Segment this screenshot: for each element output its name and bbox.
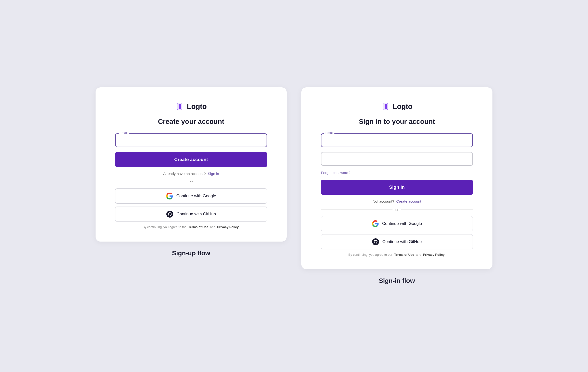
signup-divider-line-right bbox=[196, 182, 267, 182]
signin-privacy-policy-link[interactable]: Privacy Policy bbox=[423, 253, 444, 256]
signin-divider-line-right bbox=[401, 209, 473, 210]
signin-title: Sign in to your account bbox=[321, 118, 473, 126]
signup-divider-text: or bbox=[190, 180, 193, 184]
signin-card: Logto Sign in to your account Email Forg… bbox=[301, 87, 492, 269]
signup-card: Logto Create your account Email Create a… bbox=[96, 87, 287, 242]
signup-terms: By continuing, you agree to the Terms of… bbox=[115, 225, 267, 230]
signup-title: Create your account bbox=[115, 118, 267, 126]
signup-logo-text: Logto bbox=[187, 102, 207, 111]
signup-google-btn[interactable]: Continue with Google bbox=[115, 188, 267, 204]
svg-rect-2 bbox=[179, 104, 181, 109]
signin-email-group: Email bbox=[321, 133, 473, 147]
signup-email-group: Email bbox=[115, 133, 267, 147]
signup-email-input[interactable] bbox=[115, 133, 267, 147]
signup-divider: or bbox=[115, 180, 267, 184]
svg-rect-6 bbox=[385, 104, 387, 109]
signin-create-account-link[interactable]: Create account bbox=[396, 199, 421, 203]
signin-flow-label: Sign-in flow bbox=[379, 277, 415, 285]
logto-logo-icon-signin bbox=[381, 102, 390, 111]
signup-flow-column: Logto Create your account Email Create a… bbox=[96, 87, 287, 257]
signup-privacy-policy-link[interactable]: Privacy Policy bbox=[217, 225, 239, 229]
signin-btn[interactable]: Sign in bbox=[321, 180, 473, 195]
signin-email-input[interactable] bbox=[321, 133, 473, 147]
logto-logo-icon bbox=[176, 102, 184, 111]
signin-divider-text: or bbox=[395, 208, 398, 212]
signin-divider: or bbox=[321, 208, 473, 212]
signin-flow-column: Logto Sign in to your account Email Forg… bbox=[301, 87, 492, 285]
signin-forgot-password-link[interactable]: Forgot password? bbox=[321, 171, 473, 175]
google-icon bbox=[166, 193, 173, 199]
signin-terms-of-use-link[interactable]: Terms of Use bbox=[394, 253, 414, 256]
github-icon bbox=[166, 211, 173, 218]
signin-logo-area: Logto bbox=[321, 102, 473, 111]
signin-email-label: Email bbox=[324, 131, 334, 135]
svg-point-7 bbox=[372, 238, 379, 245]
signin-divider-line-left bbox=[321, 209, 392, 210]
signin-google-btn-text: Continue with Google bbox=[382, 221, 422, 226]
signup-divider-line-left bbox=[115, 182, 187, 182]
signup-signin-link[interactable]: Sign in bbox=[208, 172, 219, 176]
svg-point-3 bbox=[166, 211, 173, 218]
signin-no-account: Not account? Create account bbox=[321, 199, 473, 203]
signup-flow-label: Sign-up flow bbox=[172, 249, 210, 257]
signup-google-btn-text: Continue with Google bbox=[176, 194, 216, 198]
signin-google-btn[interactable]: Continue with Google bbox=[321, 216, 473, 231]
signup-email-label: Email bbox=[119, 131, 129, 135]
signin-logo-text: Logto bbox=[393, 102, 413, 111]
signup-terms-of-use-link[interactable]: Terms of Use bbox=[188, 225, 208, 229]
signup-logo-area: Logto bbox=[115, 102, 267, 111]
signin-password-input[interactable] bbox=[321, 152, 473, 166]
signin-github-btn-text: Continue with GitHub bbox=[382, 239, 422, 244]
github-icon-signin bbox=[372, 238, 379, 245]
signup-create-btn[interactable]: Create account bbox=[115, 152, 267, 167]
signin-github-btn[interactable]: Continue with GitHub bbox=[321, 234, 473, 249]
google-icon-signin bbox=[372, 220, 379, 227]
page-wrapper: Logto Create your account Email Create a… bbox=[24, 87, 564, 285]
signup-github-btn-text: Continue with GitHub bbox=[177, 212, 216, 217]
signup-github-btn[interactable]: Continue with GitHub bbox=[115, 207, 267, 222]
signin-password-group bbox=[321, 152, 473, 166]
signup-already-account: Already have an account? Sign in bbox=[115, 172, 267, 176]
signin-terms: By continuing, you agree to our Terms of… bbox=[321, 252, 473, 257]
